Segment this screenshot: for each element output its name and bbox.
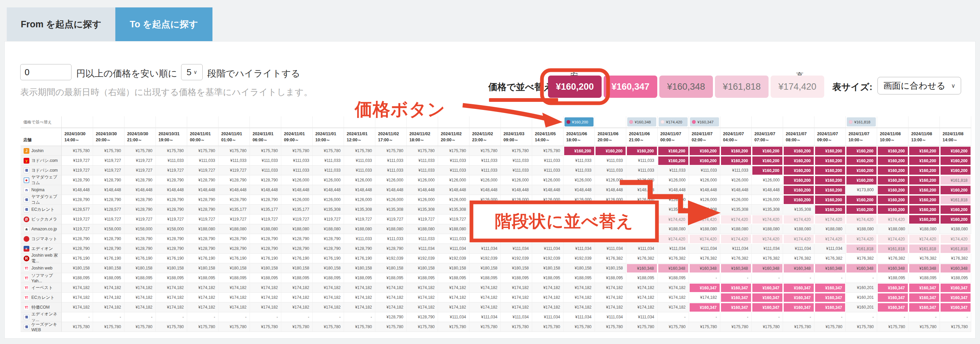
price-cell: ¥180,158 <box>563 263 595 273</box>
yodobashi-icon: y <box>24 158 29 164</box>
price-cell: ¥111,033 <box>501 156 532 166</box>
store-cell[interactable]: Y!ソフマップ Yah... <box>21 273 62 283</box>
store-cell[interactable]: Y!Joshin web <box>21 263 62 273</box>
price-cell: ¥174,420 <box>720 234 752 244</box>
kakaku-icon: 価 <box>24 197 29 203</box>
store-cell[interactable]: 価ECカレント <box>21 205 62 215</box>
threshold-input[interactable] <box>20 64 72 80</box>
store-name: Nojima <box>31 188 45 192</box>
price-cell: ¥161,818 <box>877 244 908 253</box>
store-cell[interactable]: 価ヤマダウェブコム <box>21 195 62 205</box>
store-cell[interactable]: Y!特価COM <box>21 303 62 312</box>
price-cell: ¥128,790 <box>124 195 156 205</box>
kojima-icon <box>24 236 29 242</box>
price-cell: ¥126,000 <box>375 175 407 185</box>
store-cell[interactable]: コジマネット <box>21 234 62 244</box>
price-sort-button[interactable]: ¥174,420 <box>771 76 824 98</box>
column-header: 2024/11/0621:00～ <box>626 128 658 146</box>
price-cell: ¥176,190 <box>93 253 124 263</box>
price-cell: ¥111,034 <box>689 244 720 253</box>
price-cell: ¥175,780 <box>93 146 124 156</box>
price-cell: ¥128,577 <box>62 205 93 215</box>
yamada-icon: ◆ <box>24 177 29 183</box>
store-name: エディオン <box>31 246 53 252</box>
price-cell: ¥111,034 <box>532 312 563 322</box>
price-cell: ¥174,182 <box>658 303 689 312</box>
price-cell: ¥119,727 <box>62 224 93 234</box>
price-chip[interactable]: ¥160,348 <box>627 117 656 126</box>
tab-search-to[interactable]: To を起点に探す <box>115 7 212 41</box>
price-cell: ¥160,200 <box>563 146 595 156</box>
price-cell: ¥188,080 <box>313 224 344 234</box>
column-header: 2024/11/0707:00～ <box>752 128 783 146</box>
price-dot-icon <box>629 120 633 124</box>
price-cell: ¥160,200 <box>846 205 877 215</box>
price-sort-button[interactable]: ¥161,818 <box>715 76 768 98</box>
price-cell: ¥188,095 <box>281 273 313 283</box>
store-name: Joshin web <box>31 266 52 271</box>
store-cell[interactable]: Y!ECカレント <box>21 293 62 303</box>
store-cell[interactable]: Y!イーベスト <box>21 283 62 293</box>
price-cell: ¥126,000 <box>344 195 375 205</box>
price-cell: ¥160,348 <box>752 263 783 273</box>
table-size-select[interactable]: 画面に合わせる ∨ <box>878 77 961 94</box>
price-cell: ¥174,182 <box>501 283 532 293</box>
price-cell: ¥160,348 <box>689 263 720 273</box>
price-chip[interactable]: ¥160,200 <box>565 117 593 126</box>
price-sort-button[interactable]: ¥160,200 <box>548 76 601 98</box>
store-cell[interactable]: 価ヨドバシ.com <box>21 166 62 175</box>
price-cell: ¥111,033 <box>626 234 658 244</box>
tab-search-from[interactable]: From を起点に探す <box>7 7 115 41</box>
price-cell: ¥119,727 <box>156 166 187 175</box>
price-sort-button[interactable]: ¥160,347 <box>604 76 657 98</box>
store-cell[interactable]: ◆ヤマダウェブコム <box>21 175 62 185</box>
price-chip[interactable]: ¥160,347 <box>690 117 719 126</box>
store-cell[interactable]: RJoshin web 家電... <box>21 253 62 263</box>
price-cell: ¥128,790 <box>93 244 124 253</box>
price-cell: ¥111,034 <box>626 244 658 253</box>
store-cell[interactable]: yヨドバシ.com <box>21 156 62 166</box>
price-cell: ¥175,780 <box>124 322 156 332</box>
store-cell[interactable]: aAmazon.co.jp <box>21 224 62 234</box>
price-cell: ¥111,034 <box>815 244 846 253</box>
price-cell: ¥160,200 <box>626 146 658 156</box>
store-cell[interactable]: 価ケーズデンキWEB <box>21 322 62 332</box>
price-cell: ¥135,308 <box>752 205 783 215</box>
chevron-down-icon: ∨ <box>194 69 197 75</box>
price-cell: ¥135,308 <box>658 205 689 215</box>
price-cell: ¥188,080 <box>250 224 281 234</box>
price-cell: ¥160,347 <box>815 293 846 303</box>
price-cell: ¥160,200 <box>783 146 815 156</box>
price-cell: ¥160,200 <box>908 215 940 224</box>
price-chip[interactable]: ¥161,818 <box>847 117 876 126</box>
price-cell: ¥175,780 <box>626 322 658 332</box>
price-cell: - <box>783 312 815 322</box>
price-cell: ¥192,039 <box>501 253 532 263</box>
price-cell: ¥175,780 <box>846 322 877 332</box>
price-cell: ¥176,190 <box>218 253 250 263</box>
store-cell[interactable]: 価エディオンネッ... <box>21 312 62 322</box>
price-cell: ¥174,182 <box>375 283 407 293</box>
price-cell: ¥128,790 <box>250 195 281 205</box>
price-cell: ¥126,000 <box>563 195 595 205</box>
column-header: 2024/11/0223:00～ <box>469 128 501 146</box>
store-cell[interactable]: JJoshin <box>21 146 62 156</box>
steps-select[interactable]: 5 ∨ <box>181 64 203 80</box>
price-cell: ¥160,200 <box>877 146 908 156</box>
price-cell: ¥160,200 <box>752 156 783 166</box>
yahoo-icon: Y! <box>24 304 29 310</box>
price-cell: ¥188,080 <box>658 224 689 234</box>
table-sort-link[interactable]: 価格で並べ替え <box>21 116 62 128</box>
price-cell: ¥174,182 <box>438 283 469 293</box>
store-cell[interactable]: nNojima <box>21 185 62 195</box>
price-sort-button[interactable]: ¥160,348 <box>659 76 713 98</box>
price-cell: ¥180,158 <box>438 263 469 273</box>
price-cell: ¥111,033 <box>563 156 595 166</box>
store-cell[interactable]: Bビックカメラ <box>21 215 62 224</box>
price-cell: ¥128,790 <box>187 195 218 205</box>
price-cell: ¥111,033 <box>532 166 563 175</box>
price-chip[interactable]: ¥174,420 <box>659 117 687 126</box>
price-cell: ¥176,190 <box>62 253 93 263</box>
price-cell: ¥174,182 <box>124 283 156 293</box>
store-cell[interactable]: Eエディオン <box>21 244 62 253</box>
